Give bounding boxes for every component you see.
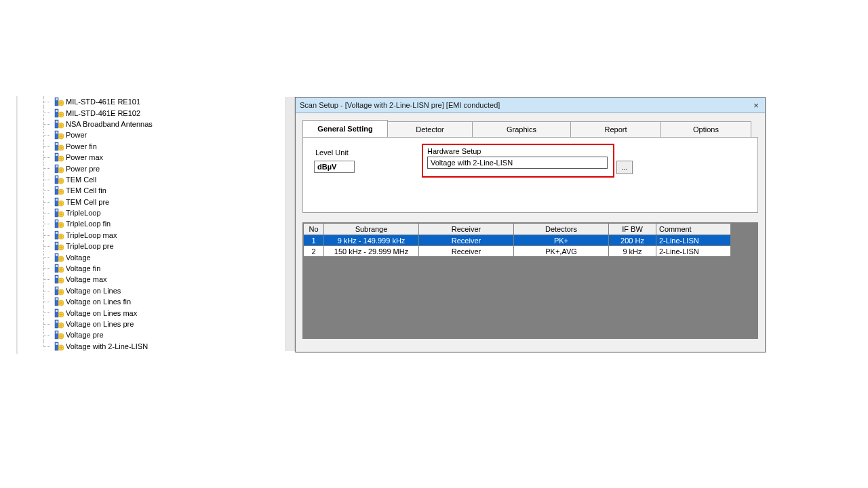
tree-item[interactable]: NSA Broadband Antennas: [23, 119, 220, 129]
tree-item[interactable]: TEM Cell fin: [23, 185, 220, 196]
tree-item-label: Voltage on Lines pre: [66, 320, 134, 328]
table-cell: 2-Line-LISN: [656, 246, 731, 257]
tree-item[interactable]: Voltage with 2-Line-LISN: [23, 341, 220, 352]
tab-general-setting: Level Unit dBµV Hardware Setup ...: [302, 137, 758, 213]
tree-item[interactable]: MIL-STD-461E RE102: [23, 107, 220, 118]
tree-item-label: TripleLoop fin: [66, 220, 111, 228]
scan-setup-icon: [54, 108, 64, 118]
scan-setup-icon: [54, 264, 64, 273]
tree-item-label: MIL-STD-461E RE102: [66, 109, 140, 117]
scan-setup-icon: [54, 297, 64, 306]
table-cell: PK+: [514, 235, 609, 246]
svg-rect-49: [56, 276, 58, 278]
tree-item[interactable]: Voltage on Lines pre: [23, 319, 220, 329]
svg-rect-52: [56, 287, 58, 289]
svg-rect-13: [56, 143, 58, 145]
tab-detector[interactable]: Detector: [388, 121, 473, 137]
scan-setup-dialog: Scan Setup - [Voltage with 2-Line-LISN p…: [295, 97, 766, 352]
table-cell: Receiver: [419, 246, 514, 257]
tree-item[interactable]: TEM Cell: [23, 174, 220, 185]
scan-setup-icon: [54, 119, 64, 129]
tree-item-label: Power max: [66, 153, 103, 161]
tab-report[interactable]: Report: [571, 121, 661, 137]
scan-setup-icon: [54, 253, 64, 262]
table-cell: 1: [304, 235, 324, 246]
dialog-titlebar[interactable]: Scan Setup - [Voltage with 2-Line-LISN p…: [296, 98, 765, 113]
tree-item-label: Voltage: [66, 253, 91, 262]
tab-strip: General SettingDetectorGraphicsReportOpt…: [302, 121, 758, 138]
scan-setup-icon: [54, 308, 64, 318]
tree-item-label: TEM Cell: [66, 176, 96, 184]
table-row[interactable]: 19 kHz - 149.999 kHzReceiverPK+200 Hz2-L…: [304, 235, 731, 246]
tree-item[interactable]: TripleLoop fin: [23, 218, 220, 229]
hardware-setup-highlight: Hardware Setup: [422, 144, 614, 178]
scan-setup-icon: [54, 230, 64, 240]
hardware-setup-field[interactable]: [427, 157, 608, 169]
scan-setup-icon: [54, 130, 64, 140]
svg-rect-31: [56, 209, 58, 211]
tree-item-label: TEM Cell pre: [66, 198, 109, 206]
scan-setup-icon: [54, 197, 64, 207]
svg-rect-40: [56, 243, 58, 245]
tree-item[interactable]: Power: [23, 129, 220, 140]
tree-item[interactable]: Voltage on Lines fin: [23, 296, 220, 307]
scan-setup-icon: [54, 286, 64, 296]
svg-rect-7: [56, 121, 58, 123]
tree-item[interactable]: TripleLoop max: [23, 230, 220, 241]
table-row[interactable]: 2150 kHz - 29.999 MHzReceiverPK+,AVG9 kH…: [304, 246, 731, 257]
table-cell: 200 Hz: [609, 235, 656, 246]
svg-rect-22: [56, 176, 58, 178]
tree-item-label: Voltage on Lines max: [66, 309, 137, 317]
svg-rect-25: [56, 187, 58, 189]
tree-item[interactable]: Voltage fin: [23, 263, 220, 274]
subrange-table[interactable]: NoSubrangeReceiverDetectorsIF BWComment1…: [303, 223, 731, 257]
scan-setup-icon: [54, 241, 64, 251]
close-icon[interactable]: ×: [750, 99, 762, 111]
tab-general-setting[interactable]: General Setting: [302, 120, 388, 137]
level-unit-label: Level Unit: [315, 148, 349, 157]
tree-panel: MIL-STD-461E RE101MIL-STD-461E RE102NSA …: [23, 96, 220, 352]
tree-item[interactable]: Voltage pre: [23, 329, 220, 340]
svg-rect-28: [56, 199, 58, 201]
tree-item[interactable]: TripleLoop: [23, 207, 220, 218]
svg-rect-1: [56, 98, 58, 100]
level-unit-field[interactable]: dBµV: [314, 161, 355, 173]
dialog-title-text: Scan Setup - [Voltage with 2-Line-LISN p…: [300, 101, 500, 109]
column-header[interactable]: No: [304, 224, 324, 235]
tree-item[interactable]: TripleLoop pre: [23, 241, 220, 251]
tree-item[interactable]: Power pre: [23, 163, 220, 174]
hardware-setup-label: Hardware Setup: [427, 147, 609, 155]
tree-item[interactable]: TEM Cell pre: [23, 197, 220, 207]
tree-item[interactable]: Voltage max: [23, 274, 220, 285]
tab-graphics[interactable]: Graphics: [473, 121, 571, 137]
scrollbar-vertical[interactable]: [285, 97, 295, 351]
tree-item[interactable]: Power max: [23, 152, 220, 163]
tree-item[interactable]: Voltage: [23, 251, 220, 262]
column-header[interactable]: IF BW: [609, 224, 656, 235]
svg-rect-16: [56, 154, 58, 156]
hardware-setup-browse-button[interactable]: ...: [616, 161, 633, 174]
svg-rect-55: [56, 298, 58, 300]
tree-item-label: Voltage max: [66, 275, 107, 283]
column-header[interactable]: Comment: [656, 224, 731, 235]
column-header[interactable]: Receiver: [419, 224, 514, 235]
table-cell: Receiver: [419, 235, 514, 246]
column-header[interactable]: Detectors: [514, 224, 609, 235]
scan-setup-icon: [54, 175, 64, 184]
svg-rect-61: [56, 321, 58, 323]
svg-rect-64: [56, 331, 58, 333]
tree-item[interactable]: Power fin: [23, 141, 220, 152]
tree-item-label: TEM Cell fin: [66, 186, 106, 195]
scan-setup-icon: [54, 342, 64, 351]
column-header[interactable]: Subrange: [324, 224, 419, 235]
svg-rect-34: [56, 220, 58, 222]
tree-item[interactable]: Voltage on Lines max: [23, 307, 220, 318]
tree-item[interactable]: Voltage on Lines: [23, 285, 220, 296]
tree-item-label: NSA Broadband Antennas: [66, 120, 153, 128]
tree-item-label: Voltage with 2-Line-LISN: [66, 342, 148, 350]
scan-setup-icon: [54, 97, 64, 106]
tree-item-label: Power fin: [66, 142, 97, 150]
tab-options[interactable]: Options: [661, 121, 751, 137]
tree-item[interactable]: MIL-STD-461E RE101: [23, 96, 220, 107]
svg-rect-58: [56, 310, 58, 312]
